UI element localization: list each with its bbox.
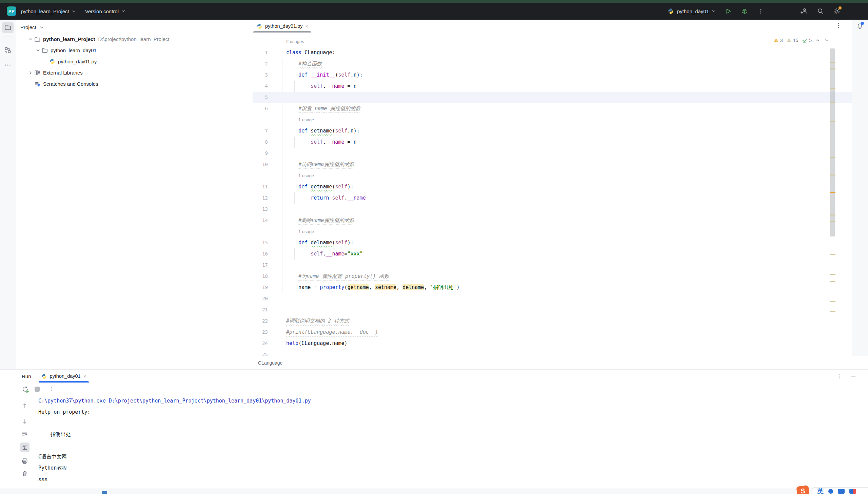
tree-item-scratches-and-consoles[interactable]: Scratches and Consoles xyxy=(16,78,253,90)
code-line[interactable]: 14 #删除name属性值的函数 xyxy=(253,215,852,226)
breadcrumb-class-name[interactable]: CLanguage xyxy=(258,360,282,366)
chevron-down-icon[interactable] xyxy=(35,47,41,54)
line-number[interactable] xyxy=(253,226,273,237)
code-line[interactable]: 4 self.__name = n xyxy=(253,81,852,92)
code-with-me-user-icon[interactable] xyxy=(800,7,808,15)
code-line[interactable]: 24help(CLanguage.name) xyxy=(253,338,852,349)
tree-item-python-learn-day01[interactable]: python_learn_day01 xyxy=(16,45,253,56)
tree-item-python-day01-py[interactable]: python_day01.py xyxy=(16,56,253,67)
down-stacktrace-icon[interactable] xyxy=(20,417,30,426)
tree-item-python-learn-project[interactable]: python_learn_ProjectD:\project\python_le… xyxy=(16,34,253,45)
inspections-widget[interactable]: 3 15 5 xyxy=(773,37,829,43)
line-number[interactable]: 2 xyxy=(253,58,273,70)
editor-scrollbar-thumb[interactable] xyxy=(830,49,835,236)
line-number[interactable]: 8 xyxy=(253,136,273,148)
close-tab-icon[interactable]: × xyxy=(84,373,87,379)
line-number[interactable] xyxy=(253,170,273,181)
line-number[interactable]: 9 xyxy=(253,148,273,159)
project-tool-window-button[interactable] xyxy=(2,22,14,33)
line-number[interactable]: 15 xyxy=(253,237,273,248)
code-line[interactable]: 10 #访问nema属性值的函数 xyxy=(253,159,852,170)
run-button[interactable] xyxy=(724,7,732,15)
close-tab-icon[interactable]: × xyxy=(305,23,308,29)
code-line[interactable]: 18 #为name 属性配置 property() 函数 xyxy=(253,271,852,282)
line-number[interactable]: 7 xyxy=(253,125,273,136)
tree-item-external-libraries[interactable]: External Libraries xyxy=(16,67,253,78)
code-line[interactable]: 23#print(CLanguage.name.__doc__) xyxy=(253,327,852,338)
line-number[interactable]: 19 xyxy=(253,282,273,293)
line-number[interactable]: 16 xyxy=(253,248,273,260)
line-number[interactable]: 22 xyxy=(253,316,273,327)
run-tab-python-day01[interactable]: python_day01 × xyxy=(39,370,89,382)
line-number[interactable]: 18 xyxy=(253,271,273,282)
line-number[interactable]: 23 xyxy=(253,327,273,338)
code-line[interactable]: 3 def __init__(self,n): xyxy=(253,70,852,81)
notifications-bell-icon[interactable] xyxy=(856,22,864,30)
clear-console-trash-icon[interactable] xyxy=(20,469,30,478)
usage-inlay-row[interactable]: 1 usage xyxy=(253,170,852,181)
line-number[interactable]: 21 xyxy=(253,304,273,316)
line-number[interactable]: 3 xyxy=(253,70,273,81)
chevron-right-icon[interactable] xyxy=(27,70,34,76)
code-line[interactable]: 15 def delname(self): xyxy=(253,237,852,248)
line-number[interactable] xyxy=(253,36,273,47)
code-line[interactable]: 12 return self.__name xyxy=(253,192,852,204)
previous-problem-chevron-icon[interactable] xyxy=(815,38,820,43)
line-number[interactable]: 6 xyxy=(253,103,273,114)
scroll-to-end-icon[interactable] xyxy=(20,442,30,452)
minimize-panel-icon[interactable] xyxy=(850,373,856,379)
code-line[interactable]: 22#调取说明文档的 2 种方式 xyxy=(253,316,852,327)
console-options-kebab-icon[interactable] xyxy=(48,386,54,392)
print-console-icon[interactable] xyxy=(20,456,30,466)
code-line[interactable]: 16 self.__name="xxx" xyxy=(253,248,852,260)
code-line[interactable]: 17 xyxy=(253,260,852,271)
stop-button[interactable] xyxy=(35,386,40,392)
next-problem-chevron-icon[interactable] xyxy=(824,38,829,43)
code-line[interactable]: 25 xyxy=(253,349,852,356)
line-number[interactable]: 14 xyxy=(253,215,273,226)
code-line[interactable]: 7 def setname(self,n): xyxy=(253,125,852,136)
chevron-down-icon[interactable] xyxy=(39,25,44,30)
rerun-button[interactable] xyxy=(21,385,29,393)
up-stacktrace-icon[interactable] xyxy=(20,401,30,410)
line-number[interactable]: 1 xyxy=(253,47,273,58)
line-number[interactable]: 11 xyxy=(253,181,273,192)
search-everywhere-icon[interactable] xyxy=(816,7,825,15)
line-number[interactable] xyxy=(253,114,273,125)
project-name-menu[interactable]: python_learn_Project xyxy=(21,8,76,14)
structure-tool-window-button[interactable] xyxy=(2,44,14,56)
usage-inlay-row[interactable]: 2 usages xyxy=(253,36,852,47)
console-output[interactable]: C:\python37\python.exe D:\project\python… xyxy=(34,395,868,488)
version-control-menu[interactable]: Version control xyxy=(85,8,126,14)
code-line[interactable]: 19 name = property(getname, setname, del… xyxy=(253,282,852,293)
line-number[interactable]: 20 xyxy=(253,293,273,304)
code-line[interactable]: 1class CLanguage: xyxy=(253,47,852,58)
code-line[interactable]: 9 xyxy=(253,148,852,159)
code-line[interactable]: 5 xyxy=(253,92,852,103)
code-line[interactable]: 21 xyxy=(253,304,852,316)
line-number[interactable]: 25 xyxy=(253,349,273,356)
settings-gear-icon[interactable] xyxy=(833,7,841,15)
editor-tab-python-day01[interactable]: python_day01.py × xyxy=(253,20,312,33)
code-editor[interactable]: 2 usages1class CLanguage:2 #构造函数3 def __… xyxy=(253,33,852,356)
run-configuration-selector[interactable]: python_day01 xyxy=(667,7,716,15)
more-tool-windows-button[interactable] xyxy=(2,59,14,71)
line-number[interactable]: 17 xyxy=(253,260,273,271)
run-options-kebab-icon[interactable] xyxy=(837,373,843,379)
line-number[interactable]: 24 xyxy=(253,338,273,349)
debug-button[interactable] xyxy=(740,7,749,15)
code-line[interactable]: 11 def getname(self): xyxy=(253,181,852,192)
code-line[interactable]: 2 #构造函数 xyxy=(253,58,852,70)
code-line[interactable]: 6 #设置 name 属性值的函数 xyxy=(253,103,852,114)
more-actions-kebab-icon[interactable] xyxy=(757,7,765,15)
tab-options-kebab-icon[interactable] xyxy=(835,22,842,28)
line-number[interactable]: 10 xyxy=(253,159,273,170)
usage-inlay-row[interactable]: 1 usage xyxy=(253,226,852,237)
soft-wrap-icon[interactable] xyxy=(20,429,30,438)
usage-inlay-row[interactable]: 1 usage xyxy=(253,114,852,125)
code-line[interactable]: 13 xyxy=(253,204,852,215)
line-number[interactable]: 4 xyxy=(253,81,273,92)
line-number[interactable]: 13 xyxy=(253,204,273,215)
code-line[interactable]: 8 self.__name = n xyxy=(253,136,852,148)
line-number[interactable]: 12 xyxy=(253,192,273,204)
